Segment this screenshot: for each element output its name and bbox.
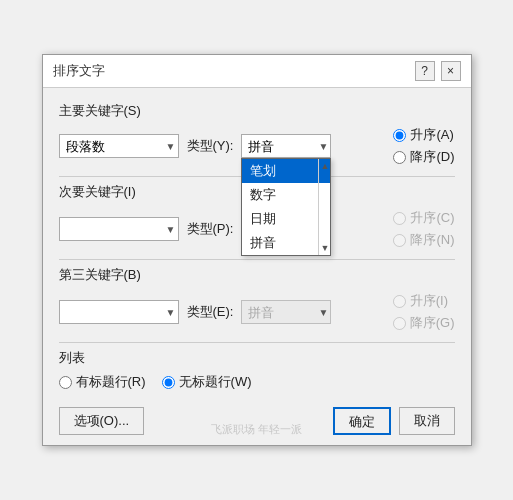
secondary-order-group: 升序(C) 降序(N) <box>393 209 454 249</box>
primary-desc-option[interactable]: 降序(D) <box>393 148 454 166</box>
title-bar-buttons: ? × <box>415 61 461 81</box>
dd-scrollbar: ▲ ▼ <box>318 159 330 255</box>
no-header-option[interactable]: 无标题行(W) <box>162 373 252 391</box>
primary-order-group: 升序(A) 降序(D) <box>393 126 454 166</box>
third-keyword-select-wrapper: ▼ <box>59 300 179 324</box>
third-desc-radio[interactable] <box>393 317 406 330</box>
list-section: 列表 有标题行(R) 无标题行(W) <box>59 349 455 391</box>
options-button[interactable]: 选项(O)... <box>59 407 145 435</box>
third-desc-option[interactable]: 降序(G) <box>393 314 455 332</box>
confirm-cancel-group: 确定 取消 <box>333 407 455 435</box>
dialog-title: 排序文字 <box>53 62 105 80</box>
divider-3 <box>59 342 455 343</box>
secondary-desc-option[interactable]: 降序(N) <box>393 231 454 249</box>
secondary-asc-radio[interactable] <box>393 212 406 225</box>
third-order-group: 升序(I) 降序(G) <box>393 292 455 332</box>
dd-item-pinyin[interactable]: 拼音 <box>242 231 330 255</box>
secondary-asc-label: 升序(C) <box>410 209 454 227</box>
primary-desc-label: 降序(D) <box>410 148 454 166</box>
dd-scroll-down-icon[interactable]: ▼ <box>320 241 329 255</box>
secondary-desc-radio[interactable] <box>393 234 406 247</box>
secondary-keyword-select[interactable] <box>59 217 179 241</box>
third-keyword-label: 第三关键字(B) <box>59 266 455 284</box>
ok-button[interactable]: 确定 <box>333 407 391 435</box>
primary-keyword-select-wrapper: 段落数 ▼ <box>59 134 179 158</box>
primary-keyword-label: 主要关键字(S) <box>59 102 455 120</box>
primary-type-select-wrapper: 拼音 ▼ <box>241 134 331 158</box>
divider-2 <box>59 259 455 260</box>
primary-type-label: 类型(Y): <box>187 137 234 155</box>
third-type-select-wrapper: 拼音 ▼ <box>241 300 331 324</box>
title-bar: 排序文字 ? × <box>43 55 471 88</box>
dd-item-number[interactable]: 数字 <box>242 183 330 207</box>
third-keyword-select[interactable] <box>59 300 179 324</box>
primary-keyword-select[interactable]: 段落数 <box>59 134 179 158</box>
no-header-label: 无标题行(W) <box>179 373 252 391</box>
dd-item-stroke[interactable]: 笔划 <box>242 159 330 183</box>
third-type-label: 类型(E): <box>187 303 234 321</box>
primary-type-wrapper: 拼音 ▼ 笔划 数字 日期 拼音 ▲ ▼ <box>241 134 331 158</box>
sort-text-dialog: 排序文字 ? × 主要关键字(S) 段落数 ▼ 类型(Y): 拼音 ▼ <box>42 54 472 446</box>
secondary-desc-label: 降序(N) <box>410 231 454 249</box>
dialog-body: 主要关键字(S) 段落数 ▼ 类型(Y): 拼音 ▼ 笔划 数字 <box>43 88 471 445</box>
third-asc-option[interactable]: 升序(I) <box>393 292 455 310</box>
dd-item-date[interactable]: 日期 <box>242 207 330 231</box>
primary-asc-option[interactable]: 升序(A) <box>393 126 454 144</box>
cancel-button[interactable]: 取消 <box>399 407 455 435</box>
has-header-radio[interactable] <box>59 376 72 389</box>
list-options-row: 有标题行(R) 无标题行(W) <box>59 373 455 391</box>
has-header-label: 有标题行(R) <box>76 373 146 391</box>
type-dropdown-overlay: 笔划 数字 日期 拼音 ▲ ▼ <box>241 158 331 256</box>
secondary-keyword-select-wrapper: ▼ <box>59 217 179 241</box>
list-label: 列表 <box>59 349 455 367</box>
third-asc-radio[interactable] <box>393 295 406 308</box>
primary-asc-radio[interactable] <box>393 129 406 142</box>
primary-desc-radio[interactable] <box>393 151 406 164</box>
third-keyword-row: ▼ 类型(E): 拼音 ▼ 升序(I) 降序(G) <box>59 292 455 332</box>
third-type-select[interactable]: 拼音 <box>241 300 331 324</box>
secondary-type-label: 类型(P): <box>187 220 234 238</box>
dd-scroll-up-icon[interactable]: ▲ <box>320 159 329 173</box>
has-header-option[interactable]: 有标题行(R) <box>59 373 146 391</box>
no-header-radio[interactable] <box>162 376 175 389</box>
close-button[interactable]: × <box>441 61 461 81</box>
third-desc-label: 降序(G) <box>410 314 455 332</box>
third-asc-label: 升序(I) <box>410 292 448 310</box>
bottom-row: 选项(O)... 确定 取消 <box>59 401 455 435</box>
help-button[interactable]: ? <box>415 61 435 81</box>
primary-type-select[interactable]: 拼音 <box>241 134 331 158</box>
primary-asc-label: 升序(A) <box>410 126 453 144</box>
secondary-asc-option[interactable]: 升序(C) <box>393 209 454 227</box>
primary-keyword-row: 段落数 ▼ 类型(Y): 拼音 ▼ 笔划 数字 日期 拼音 <box>59 126 455 166</box>
